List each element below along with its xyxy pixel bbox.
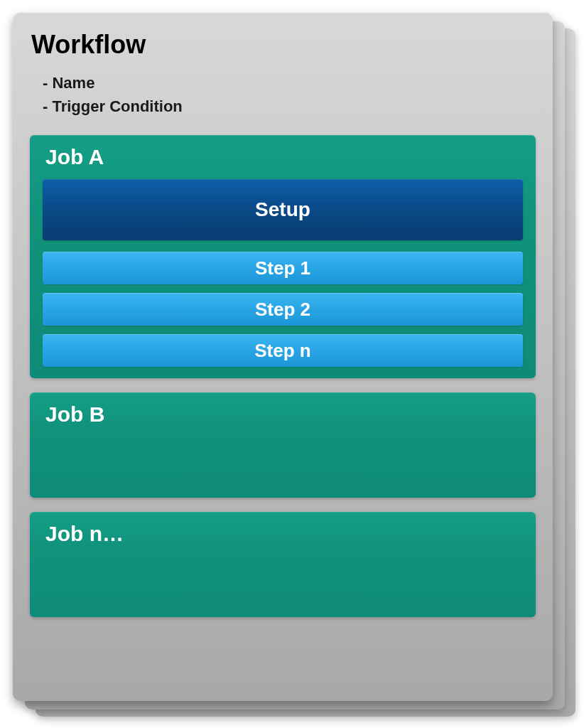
workflow-card: Workflow Name Trigger Condition Job A Se… [13,13,553,701]
job-title: Job B [43,402,523,427]
step-bar: Step 2 [43,293,523,326]
job-title: Job n… [43,522,523,546]
step-bar: Step n [43,334,523,367]
workflow-attributes-list: Name Trigger Condition [30,71,536,118]
step-bar: Step 1 [43,252,523,284]
workflow-title: Workflow [30,30,536,60]
workflow-attribute-item: Trigger Condition [43,95,536,118]
job-box-a: Job A Setup Step 1 Step 2 Step n [30,135,536,378]
job-box-b: Job B [30,392,536,498]
workflow-attribute-item: Name [43,71,536,95]
setup-bar: Setup [43,179,523,240]
job-title: Job A [43,145,523,169]
job-box-n: Job n… [30,512,536,617]
